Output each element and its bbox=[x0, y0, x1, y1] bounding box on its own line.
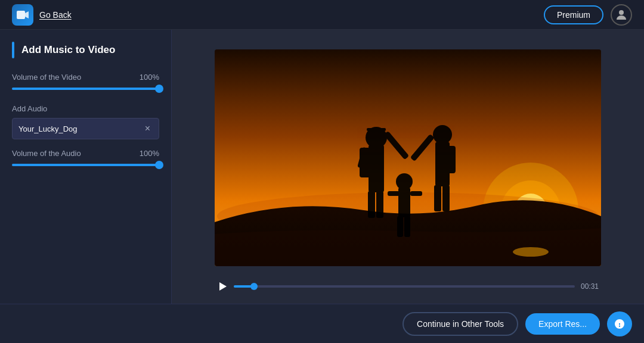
audio-file-input: Your_Lucky_Dog × bbox=[12, 118, 159, 139]
audio-file-name: Your_Lucky_Dog bbox=[18, 124, 143, 133]
video-duration: 00:31 bbox=[581, 282, 599, 291]
volume-audio-slider-container[interactable] bbox=[12, 164, 159, 166]
volume-video-label-row: Volume of the Video 100% bbox=[12, 73, 159, 82]
svg-rect-11 bbox=[367, 128, 386, 131]
volume-audio-fill bbox=[12, 164, 159, 166]
video-thumbnail bbox=[215, 49, 601, 266]
svg-rect-23 bbox=[398, 188, 410, 217]
sidebar: Add Music to Video Volume of the Video 1… bbox=[0, 30, 172, 304]
volume-audio-track bbox=[12, 164, 159, 166]
main-content: Add Music to Video Volume of the Video 1… bbox=[0, 30, 644, 304]
add-audio-label: Add Audio bbox=[12, 104, 159, 113]
volume-video-track bbox=[12, 88, 159, 90]
svg-point-8 bbox=[513, 247, 549, 257]
svg-point-18 bbox=[433, 125, 452, 144]
sidebar-title: Add Music to Video bbox=[21, 44, 115, 56]
volume-video-thumb[interactable] bbox=[155, 85, 163, 93]
header-left: Go Back bbox=[12, 4, 72, 26]
svg-marker-29 bbox=[219, 282, 227, 291]
user-avatar[interactable] bbox=[611, 4, 632, 26]
video-area: 00:31 bbox=[172, 30, 644, 304]
progress-track[interactable] bbox=[234, 285, 575, 288]
svg-rect-26 bbox=[410, 191, 422, 196]
help-button[interactable] bbox=[607, 311, 632, 336]
volume-video-label: Volume of the Video bbox=[12, 73, 81, 82]
sidebar-title-container: Add Music to Video bbox=[12, 42, 159, 58]
audio-remove-button[interactable]: × bbox=[143, 123, 153, 134]
svg-marker-1 bbox=[25, 11, 29, 18]
video-wrapper bbox=[181, 39, 634, 276]
play-button[interactable] bbox=[217, 281, 228, 292]
svg-rect-21 bbox=[434, 185, 441, 211]
video-controls: 00:31 bbox=[215, 276, 601, 294]
svg-rect-27 bbox=[397, 216, 403, 237]
svg-rect-0 bbox=[17, 11, 25, 19]
header: Go Back Premium bbox=[0, 0, 644, 30]
svg-rect-19 bbox=[446, 146, 456, 173]
export-button[interactable]: Export Res... bbox=[525, 313, 600, 335]
svg-rect-25 bbox=[388, 191, 400, 196]
volume-video-slider-container[interactable] bbox=[12, 88, 159, 90]
volume-video-value: 100% bbox=[140, 73, 159, 82]
svg-point-24 bbox=[396, 173, 413, 190]
svg-rect-15 bbox=[368, 191, 375, 218]
progress-thumb[interactable] bbox=[250, 283, 258, 290]
footer: Continue in Other Tools Export Res... bbox=[0, 304, 644, 343]
add-audio-section: Add Audio Your_Lucky_Dog × bbox=[12, 104, 159, 139]
svg-rect-16 bbox=[376, 191, 383, 218]
svg-rect-22 bbox=[442, 185, 450, 211]
svg-point-2 bbox=[619, 10, 624, 15]
volume-video-fill bbox=[12, 88, 159, 90]
volume-audio-label: Volume of the Audio bbox=[12, 149, 81, 158]
header-right: Premium bbox=[544, 4, 632, 26]
volume-audio-value: 100% bbox=[140, 149, 159, 158]
svg-rect-28 bbox=[404, 216, 410, 237]
volume-audio-label-row: Volume of the Audio 100% bbox=[12, 149, 159, 158]
premium-button[interactable]: Premium bbox=[544, 5, 603, 24]
go-back-button[interactable]: Go Back bbox=[39, 10, 72, 20]
svg-rect-9 bbox=[369, 145, 384, 192]
app-icon bbox=[12, 4, 33, 26]
sidebar-accent-bar bbox=[12, 42, 14, 58]
continue-button[interactable]: Continue in Other Tools bbox=[402, 312, 518, 336]
volume-audio-thumb[interactable] bbox=[155, 161, 163, 169]
